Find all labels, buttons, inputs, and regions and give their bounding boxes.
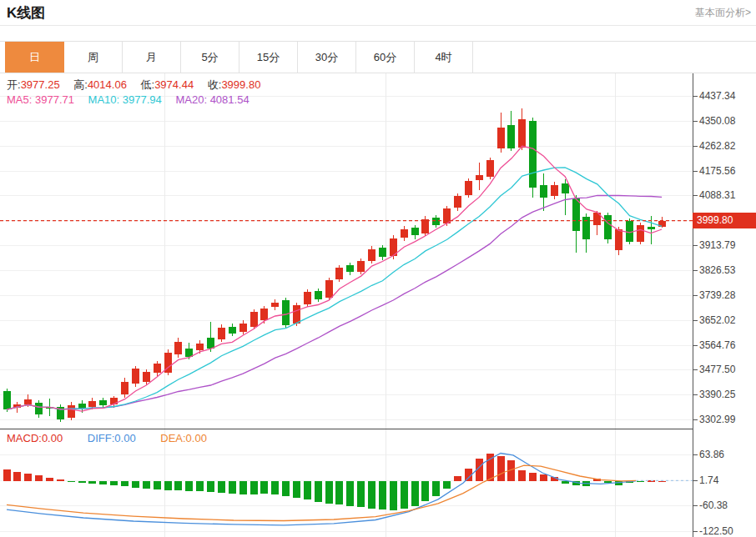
- macd-bar: [260, 481, 268, 494]
- axis-tick: [693, 454, 698, 455]
- interval-tab-0[interactable]: 日: [5, 42, 64, 73]
- candle: [13, 404, 21, 408]
- candle: [271, 303, 279, 307]
- axis-label: 3302.99: [699, 414, 735, 425]
- macd-bar: [648, 480, 655, 482]
- candle: [551, 185, 558, 196]
- gridline: [164, 73, 165, 429]
- macd-bar: [110, 481, 118, 485]
- kline-chart-area[interactable]: 开:3977.25 高:4014.06 低:3974.44 收:3999.80 …: [0, 73, 756, 537]
- gridline: [0, 369, 693, 370]
- high-label: 高:: [73, 78, 88, 91]
- macd-bar: [476, 459, 483, 481]
- macd-bar: [250, 481, 258, 494]
- macd-bar: [78, 481, 86, 483]
- macd-bar: [572, 481, 580, 485]
- macd-bar: [379, 481, 386, 509]
- macd-bar: [390, 481, 397, 510]
- macd-bar: [357, 481, 365, 507]
- gridline: [0, 146, 693, 147]
- macd-bar: [518, 470, 526, 481]
- candle: [637, 225, 644, 242]
- interval-tab-2[interactable]: 月: [123, 42, 181, 73]
- candle: [315, 291, 322, 299]
- candle: [626, 221, 633, 242]
- interval-tab-1[interactable]: 周: [64, 42, 123, 73]
- ma-readout: MA5: 3977.71 MA10: 3977.94 MA20: 4081.54: [7, 93, 249, 106]
- macd-bar: [529, 473, 537, 481]
- gridline: [615, 73, 616, 429]
- candle: [658, 221, 666, 228]
- interval-tab-3[interactable]: 5分: [181, 42, 239, 73]
- macd-bar: [401, 481, 408, 509]
- axis-tick: [693, 295, 698, 296]
- ma10-value: 3977.94: [123, 93, 162, 106]
- macd-bar: [229, 481, 236, 494]
- macd-bar: [304, 481, 311, 500]
- ma5-value: 3977.71: [35, 93, 74, 106]
- diff-value: 0.00: [114, 432, 135, 444]
- close-label: 收:: [208, 78, 222, 91]
- macd-bar: [421, 481, 429, 502]
- macd-bar: [271, 481, 279, 494]
- macd-bar: [562, 481, 569, 484]
- candle: [368, 249, 375, 261]
- candle: [24, 399, 32, 404]
- candle: [615, 229, 622, 250]
- candle: [57, 407, 64, 419]
- macd-bar: [497, 456, 505, 481]
- axis-tick: [693, 171, 698, 172]
- candle: [486, 160, 494, 177]
- interval-tab-6[interactable]: 60分: [356, 42, 415, 73]
- gridline: [0, 195, 693, 196]
- candle: [68, 405, 75, 417]
- macd-bar: [368, 481, 375, 509]
- macd-value: 0.00: [42, 432, 63, 444]
- interval-tab-5[interactable]: 30分: [298, 42, 356, 73]
- candle: [507, 125, 515, 148]
- candle: [443, 208, 451, 223]
- macd-bar: [24, 474, 32, 481]
- axis-tick: [693, 96, 698, 97]
- candle: [3, 391, 11, 409]
- candle: [304, 292, 311, 304]
- open-label: 开:: [7, 78, 21, 91]
- axis-label: 3390.25: [699, 389, 735, 400]
- interval-tab-4[interactable]: 15分: [239, 42, 298, 73]
- axis-label: 4088.31: [699, 189, 735, 201]
- axis-tick: [693, 369, 698, 370]
- macd-bar: [13, 472, 21, 481]
- macd-bar: [411, 481, 419, 506]
- candle: [335, 268, 343, 279]
- candle: [260, 309, 268, 320]
- macd-bar: [99, 481, 107, 484]
- candle: [293, 305, 300, 324]
- interval-tab-7[interactable]: 4时: [415, 42, 473, 73]
- candle: [218, 328, 225, 339]
- axis-label: 63.86: [699, 449, 724, 460]
- candle: [346, 265, 354, 273]
- axis-label: 3477.50: [699, 364, 735, 375]
- macd-bar: [432, 481, 440, 496]
- page-title: K线图: [7, 3, 45, 23]
- axis-tick: [693, 146, 698, 147]
- candle-wick: [651, 216, 652, 244]
- candle: [99, 400, 107, 405]
- axis-tick: [693, 245, 698, 246]
- close-value: 3999.80: [221, 78, 260, 91]
- ma10-line: [7, 168, 662, 409]
- axis-tick: [693, 419, 698, 420]
- macd-bar: [68, 481, 75, 483]
- macd-bar: [196, 481, 204, 491]
- axis-label: 3913.79: [699, 239, 735, 251]
- macd-bar: [315, 481, 322, 502]
- axis-tick: [693, 531, 698, 532]
- fundamental-analysis-link[interactable]: 基本面分析>: [695, 6, 751, 20]
- macd-bar: [164, 481, 172, 490]
- candle: [88, 401, 96, 407]
- macd-bar: [604, 481, 612, 483]
- axis-tick: [693, 480, 698, 481]
- gridline: [0, 454, 693, 455]
- gridline: [0, 171, 693, 172]
- macd-bar: [551, 477, 558, 481]
